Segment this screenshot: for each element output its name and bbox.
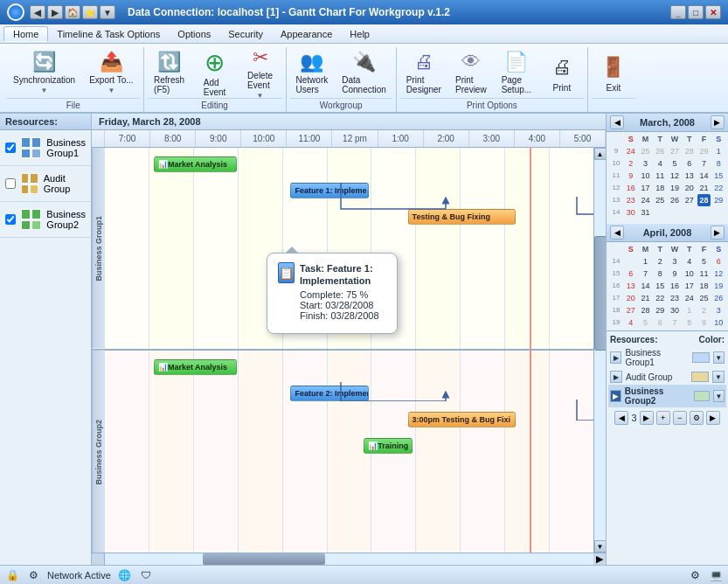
res-dropdown-audit[interactable]: ▶ [610,371,622,383]
res-scroll-right-btn[interactable]: ▶ [706,411,720,425]
cal-april-next-btn[interactable]: ▶ [711,226,725,240]
res-panel-item-bg2[interactable]: ▶ Business Group2 ▼ [608,385,726,407]
sync-label: Synchronization [13,75,75,85]
march-calendar: S M T W T F S 92425262728291 102345678 1… [607,132,728,220]
res-color-dropdown-bg2[interactable]: ▼ [713,390,725,402]
hscroll-left-col [92,553,105,565]
toolbar-exit-group: 🚪 Exit [588,47,639,112]
print-label: Print [553,83,572,93]
refresh-icon: 🔃 [156,51,184,73]
nav-menu-btn[interactable]: ▼ [100,5,115,19]
network-users-button[interactable]: 👥 NetworkUsers [290,47,335,98]
nav-star-btn[interactable]: ⭐ [82,5,98,19]
today-line [530,148,531,349]
res-panel-name-audit: Audit Group [626,372,672,382]
add-event-icon: ⊕ [201,48,229,76]
march-calendar-nav: ◀ March, 2008 ▶ [607,114,728,132]
nav-home-btn[interactable]: 🏠 [65,5,80,19]
menu-security[interactable]: Security [219,27,272,41]
res-color-bg1 [692,352,709,363]
maximize-btn[interactable]: □ [688,5,704,19]
page-setup-button[interactable]: 📄 PageSetup... [495,47,538,98]
scroll-track[interactable] [594,160,607,540]
add-event-button[interactable]: ⊕ AddEvent [193,47,237,98]
res-color-bg2 [694,391,710,401]
page-setup-label: PageSetup... [502,75,531,94]
time-400: 4:00 [515,130,560,147]
cal-prev-btn[interactable]: ◀ [610,115,624,129]
today-line-2 [530,351,531,553]
scroll-up-btn[interactable]: ▲ [594,148,607,160]
task-icon-2: 📊 [158,363,168,372]
color-panel-label: Color: [699,335,725,344]
res-settings-btn[interactable]: ⚙ [690,411,704,425]
res-add-btn[interactable]: + [656,411,670,425]
res-color-dropdown-bg1[interactable]: ▼ [713,351,725,364]
april-calendar-nav: ◀ April, 2008 ▶ [607,224,728,242]
task-bar-market-analysis-2[interactable]: 📊 Market Analysis [154,359,237,375]
cal-april-prev-btn[interactable]: ◀ [610,226,624,240]
time-800: 8:00 [150,130,196,147]
task-bar-testing2[interactable]: 3:00pm Testing & Bug Fixi [408,412,516,428]
menu-bar: Home Timeline & Task Options Options Sec… [0,24,728,44]
exit-button[interactable]: 🚪 Exit [592,47,635,98]
resource-icon-audit [21,173,38,194]
data-connection-button[interactable]: 🔌 DataConnection [336,47,392,98]
nav-back-btn[interactable]: ◀ [30,5,45,19]
refresh-label: Refresh(F5) [154,75,184,94]
res-page-nav: ◀ 3 ▶ + − ⚙ ▶ [608,411,726,425]
print-preview-button[interactable]: 👁 PrintPreview [449,47,493,98]
resource-checkbox-bg2[interactable] [5,214,16,225]
scroll-thumb [594,236,607,351]
res-color-dropdown-audit[interactable]: ▼ [712,371,725,383]
time-1000: 10:00 [241,130,287,147]
exit-label: Exit [607,83,621,93]
resource-item-audit[interactable]: Audit Group [0,166,91,202]
refresh-button[interactable]: 🔃 Refresh(F5) [148,47,191,98]
hscroll-track[interactable] [105,553,593,565]
resource-checkbox-bg1[interactable] [5,143,16,153]
export-button[interactable]: 📤 Export To... ▼ [83,47,139,98]
task-bar-testing1[interactable]: Testing & Bug Fixing [408,209,516,225]
close-btn[interactable]: ✕ [705,5,721,19]
res-dropdown-bg2[interactable]: ▶ [610,390,621,402]
print-designer-button[interactable]: 🖨 PrintDesigner [400,47,447,98]
res-panel-item-bg1[interactable]: ▶ Business Group1 ▼ [608,346,726,369]
res-remove-btn[interactable]: − [673,411,687,425]
resource-item-bg2[interactable]: BusinessGroup2 [0,202,91,238]
scroll-down-btn[interactable]: ▼ [594,540,607,553]
task-bar-training[interactable]: 📊 Training [364,438,413,454]
res-panel-item-audit[interactable]: ▶ Audit Group ▼ [608,369,726,385]
hscroll-right-btn[interactable]: ▶ [593,553,606,565]
resource-name-audit: Audit Group [44,173,86,194]
print-button[interactable]: 🖨 Print [540,47,584,98]
task-bar-market-analysis-1[interactable]: 📊 Market Analysis [154,156,237,172]
res-prev-page-btn[interactable]: ◀ [614,411,628,425]
res-next-page-btn[interactable]: ▶ [640,411,654,425]
resource-checkbox-audit[interactable] [5,178,16,189]
export-dropdown-icon: ▼ [107,87,114,94]
toolbar-print-group: 🖨 PrintDesigner 👁 PrintPreview 📄 PageSet… [397,47,588,112]
res-dropdown-bg1[interactable]: ▶ [610,351,621,364]
sync-button[interactable]: 🔄 Synchronization ▼ [7,47,81,98]
nav-forward-btn[interactable]: ▶ [47,5,63,19]
task-bar-feature2[interactable]: Feature 2: Implementati [290,386,368,401]
menu-home[interactable]: Home [3,26,48,42]
menu-help[interactable]: Help [341,27,378,41]
gantt-rows-container: Business Group1 [92,148,593,553]
menu-options[interactable]: Options [169,27,219,41]
resource-icon-bg1 [21,137,41,158]
time-500: 5:00 [560,130,606,147]
task-bar-feature1[interactable]: Feature 1: Impleme [290,183,368,198]
main-area: Resources: BusinessGroup1 Audit Group [0,114,728,565]
minimize-btn[interactable]: _ [670,5,686,19]
menu-appearance[interactable]: Appearance [272,27,341,41]
data-connection-label: DataConnection [342,75,386,94]
menu-timeline[interactable]: Timeline & Task Options [48,27,169,41]
cal-next-btn[interactable]: ▶ [711,115,725,129]
resource-name-bg1: BusinessGroup1 [46,137,86,158]
workgroup-group-label: Workgroup [290,98,392,112]
time-100: 1:00 [378,130,424,147]
delete-event-button[interactable]: ✂ DeleteEvent ▼ [239,47,282,98]
resource-item-bg1[interactable]: BusinessGroup1 [0,130,91,166]
